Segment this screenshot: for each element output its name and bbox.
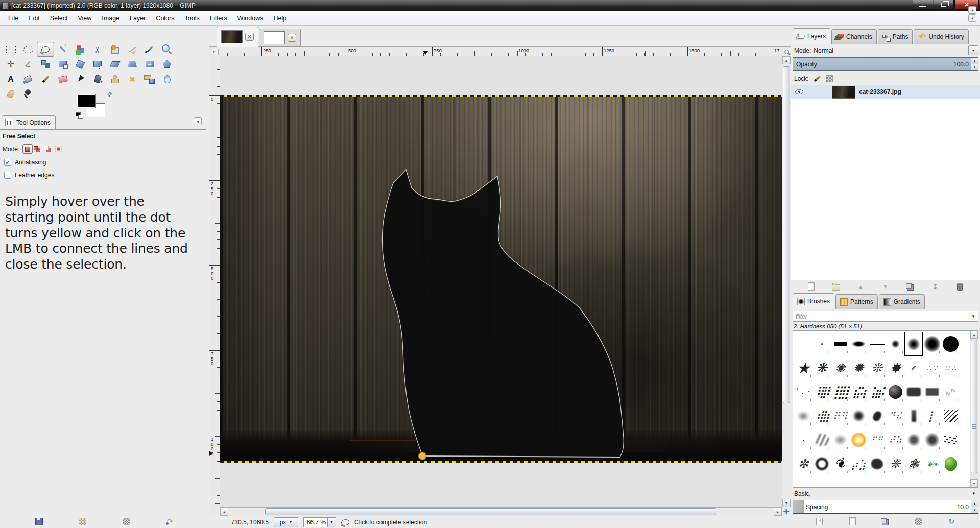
brush-swatch[interactable]	[904, 452, 923, 476]
dock-tab[interactable]: Layers	[793, 28, 830, 44]
brush-swatch[interactable]	[812, 356, 831, 380]
brush-swatch[interactable]	[904, 428, 923, 452]
brush-action-button[interactable]	[881, 517, 890, 525]
brush-action-button[interactable]	[815, 517, 824, 525]
brush-swatch[interactable]	[886, 332, 904, 356]
brush-filter-input[interactable]: filter ▼	[793, 311, 978, 322]
tool-button[interactable]	[141, 57, 158, 71]
image-tab-inactive[interactable]: ✕	[259, 29, 301, 47]
dock-tab[interactable]: Gradients	[879, 294, 925, 309]
brush-preset-dropdown[interactable]: Basic, ▼	[791, 488, 980, 499]
tool-button[interactable]	[106, 71, 124, 86]
horizontal-ruler[interactable]: 25050075010001250150017	[220, 47, 782, 56]
menu-item[interactable]: Edit	[23, 13, 45, 24]
layer-action-button[interactable]	[856, 282, 866, 291]
brush-swatch[interactable]	[941, 356, 960, 380]
menu-item[interactable]: Filters	[205, 13, 232, 24]
brush-swatch[interactable]	[941, 404, 960, 428]
brush-swatch[interactable]	[904, 404, 923, 428]
menu-item[interactable]: Layer	[125, 13, 151, 24]
brush-swatch[interactable]	[941, 332, 960, 356]
menu-item[interactable]: Help	[268, 13, 292, 24]
selection-mode-button[interactable]	[43, 144, 53, 154]
tool-button[interactable]	[37, 57, 54, 71]
brush-swatch[interactable]	[868, 332, 886, 356]
horizontal-scrollbar[interactable]: ◄ ►	[220, 507, 782, 516]
layer-action-button[interactable]	[930, 282, 940, 291]
menu-item[interactable]: View	[73, 13, 97, 24]
brush-swatch[interactable]	[794, 356, 812, 380]
tool-button[interactable]	[19, 71, 37, 86]
dock-tab[interactable]: Paths	[878, 29, 913, 44]
brush-swatch[interactable]	[886, 404, 904, 428]
brush-swatch[interactable]	[868, 356, 886, 380]
brush-swatch[interactable]	[868, 428, 886, 452]
brush-swatch[interactable]	[904, 332, 923, 356]
brush-swatch[interactable]	[923, 356, 941, 380]
tool-button[interactable]	[89, 71, 106, 86]
dock-tab[interactable]: Channels	[831, 29, 877, 44]
image-tab-active[interactable]: ✕	[217, 27, 258, 47]
scroll-up-icon[interactable]: ▲	[782, 56, 791, 64]
zoom-dropdown[interactable]: 66.7 % ▼	[303, 517, 336, 527]
tool-button[interactable]	[124, 42, 141, 57]
menu-item[interactable]: Image	[97, 13, 125, 24]
lock-pixels-icon[interactable]	[814, 76, 821, 82]
foreground-color-swatch[interactable]	[77, 94, 96, 108]
spacing-slider-handle[interactable]	[793, 500, 804, 513]
brush-swatch[interactable]	[849, 404, 868, 428]
brush-swatch[interactable]	[812, 332, 831, 356]
brush-swatch[interactable]	[904, 380, 923, 404]
tool-button[interactable]	[37, 71, 54, 86]
brush-swatch[interactable]	[849, 380, 868, 404]
brush-swatch[interactable]	[849, 356, 868, 380]
spacing-slider[interactable]: Spacing 10.0 ▲▼	[793, 500, 978, 514]
scroll-up-icon[interactable]: ▲	[970, 331, 978, 339]
tool-button[interactable]	[2, 86, 19, 101]
tool-button[interactable]	[158, 57, 176, 71]
brush-swatch[interactable]	[923, 380, 941, 404]
layer-row[interactable]: cat-233367.jpg	[791, 85, 980, 99]
tool-options-collapse-button[interactable]: ◄	[194, 117, 202, 125]
checkbox[interactable]: ✔	[4, 172, 11, 179]
tool-button[interactable]	[71, 71, 89, 86]
restore-button[interactable]	[934, 0, 954, 10]
tool-button[interactable]	[54, 42, 71, 57]
close-tab-icon[interactable]: ✕	[288, 34, 296, 42]
dock-tab[interactable]: Brushes	[793, 293, 834, 309]
brush-swatch[interactable]	[868, 404, 886, 428]
footer-button[interactable]	[34, 517, 43, 525]
brush-action-button[interactable]	[914, 517, 923, 525]
footer-button[interactable]	[122, 517, 131, 525]
menu-item[interactable]: Select	[45, 13, 73, 24]
brush-swatch[interactable]	[886, 356, 904, 380]
dock-tab[interactable]: Undo History	[914, 29, 968, 44]
tool-button[interactable]	[141, 42, 158, 57]
layer-action-button[interactable]	[955, 282, 965, 291]
units-dropdown[interactable]: px▼	[274, 517, 298, 527]
close-tab-icon[interactable]: ✕	[245, 33, 254, 41]
tool-button[interactable]	[54, 71, 71, 86]
brush-swatch[interactable]	[923, 404, 941, 428]
brush-swatch[interactable]	[868, 452, 886, 476]
brush-swatch[interactable]	[941, 428, 960, 452]
brush-swatch[interactable]	[923, 332, 941, 356]
lock-alpha-icon[interactable]	[826, 75, 833, 82]
footer-button[interactable]	[165, 517, 175, 525]
brush-swatch[interactable]	[886, 428, 904, 452]
tool-button[interactable]	[2, 57, 19, 71]
brush-swatch[interactable]	[886, 380, 904, 404]
layer-action-button[interactable]	[881, 282, 890, 291]
dock-collapse-button[interactable]: ◄	[968, 14, 976, 22]
brush-swatch[interactable]	[812, 428, 831, 452]
tool-button[interactable]	[54, 57, 71, 71]
footer-button[interactable]	[78, 517, 87, 525]
brush-swatch[interactable]	[794, 380, 812, 404]
brush-swatch[interactable]	[831, 428, 849, 452]
brush-swatch[interactable]	[941, 452, 960, 476]
brush-swatch[interactable]	[923, 452, 941, 476]
brush-swatch[interactable]	[941, 380, 960, 404]
brush-scroll-thumb[interactable]	[971, 340, 977, 473]
brush-swatch[interactable]	[923, 428, 941, 452]
layer-action-button[interactable]	[807, 282, 816, 291]
